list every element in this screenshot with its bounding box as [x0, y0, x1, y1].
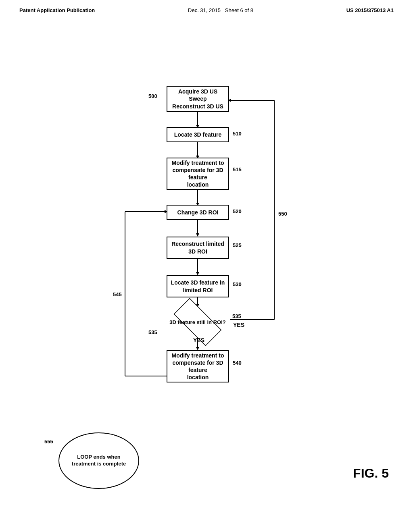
- yes-label: YES: [193, 337, 204, 343]
- label-525: 525: [233, 242, 242, 248]
- label-540: 540: [233, 360, 242, 366]
- box-540: Modify treatment to compensate for 3D fe…: [167, 350, 229, 382]
- svg-marker-13: [196, 347, 199, 350]
- label-510: 510: [233, 131, 242, 137]
- label-535-below: 535: [232, 313, 241, 319]
- header-left: Patent Application Publication: [19, 7, 95, 13]
- label-515: 515: [233, 166, 242, 172]
- label-535-left: 535: [148, 329, 157, 335]
- label-555: 555: [44, 438, 53, 445]
- box-515: Modify treatment to compensate for 3D fe…: [167, 158, 229, 190]
- diamond-535: 3D feature still in ROI?: [165, 306, 230, 338]
- diagram-area: Acquire 3D US Sweep Reconstruct 3D US 50…: [0, 21, 413, 505]
- box-500: Acquire 3D US Sweep Reconstruct 3D US: [167, 86, 229, 112]
- header-center: Dec. 31, 2015 Sheet 6 of 8: [188, 7, 253, 13]
- figure-label: FIG. 5: [353, 466, 389, 481]
- svg-marker-9: [196, 272, 199, 275]
- label-500: 500: [148, 93, 157, 99]
- box-520: Change 3D ROI: [167, 205, 229, 220]
- header-sheet: Sheet 6 of 8: [225, 7, 253, 13]
- label-550: 550: [278, 211, 287, 217]
- label-520: 520: [233, 208, 242, 214]
- header-right: US 2015/375013 A1: [346, 7, 394, 13]
- box-525: Reconstruct limited 3D ROI: [167, 237, 229, 259]
- oval-555: LOOP ends when treatment is complete: [58, 432, 139, 489]
- header-date: Dec. 31, 2015: [188, 7, 221, 13]
- box-510: Locate 3D feature: [167, 127, 229, 142]
- label-530: 530: [233, 281, 242, 287]
- label-545: 545: [113, 291, 122, 297]
- no-label: YES: [233, 322, 244, 328]
- svg-marker-7: [196, 233, 199, 237]
- box-530: Locate 3D feature in limited ROI: [167, 275, 229, 297]
